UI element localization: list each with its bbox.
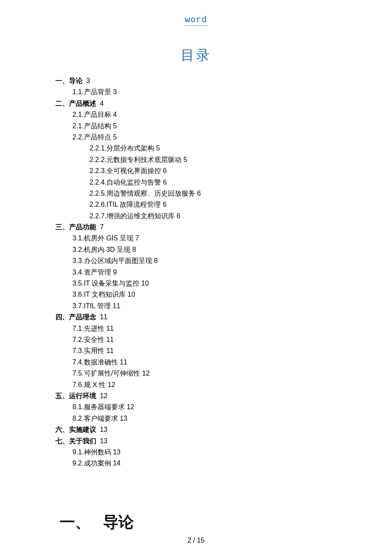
toc-entry[interactable]: 二、产品概述 4 — [55, 98, 337, 109]
toc-entry-page: 8 — [130, 246, 136, 253]
toc-entry-title: 3.3.办公区域内平面图呈现 — [72, 257, 152, 264]
toc-entry-title: 9.2.成功案例 — [72, 460, 111, 467]
toc-entry-page: 4 — [98, 100, 104, 107]
toc-entry-title: 2.1.产品结构 — [72, 122, 111, 130]
toc-entry-title: 7.3.实用性 — [72, 347, 104, 354]
toc-entry-title: 7.5.可扩展性/可伸缩性 — [72, 370, 140, 377]
toc-entry-title: 3.5.IT 设备采集与监控 — [72, 280, 139, 287]
toc-title: 目录 — [55, 46, 337, 65]
toc-entry[interactable]: 7.2.安全性 11 — [72, 334, 337, 345]
toc-entry-page: 6 — [161, 167, 167, 174]
page-footer: 2 / 15 — [0, 537, 392, 544]
toc-entry-page: 12 — [125, 403, 134, 410]
toc-entry[interactable]: 9.1.神州数码 13 — [72, 447, 337, 458]
toc-entry-page: 6 — [175, 212, 180, 220]
toc-entry[interactable]: 7.6.规 X 性 12 — [72, 379, 337, 390]
toc-entry[interactable]: 2.2.1.分层分布式架构 5 — [89, 143, 337, 154]
toc-entry-title: 2.2.5.周边警情观察、历史回放服务 — [89, 190, 195, 197]
toc-entry-page: 5 — [154, 145, 160, 152]
toc-entry-title: 四、产品理念 — [55, 313, 96, 321]
toc-entry-page: 13 — [118, 415, 127, 422]
toc-entry-page: 3 — [111, 88, 117, 95]
toc-entry-title: 7.2.安全性 — [72, 336, 104, 343]
toc-entry-title: 3.7.ITIL 管理 — [72, 302, 111, 309]
toc-entry-title: 7.1.先进性 — [72, 325, 104, 332]
toc-entry-title: 3.6.IT 文档知识库 — [72, 291, 126, 298]
toc-entry[interactable]: 3.5.IT 设备采集与监控 10 — [72, 278, 337, 289]
toc-entry-page: 13 — [111, 448, 121, 456]
toc-entry-page: 11 — [104, 325, 114, 332]
toc-entry[interactable]: 一、导论 3 — [55, 75, 337, 87]
toc-entry-page: 6 — [195, 190, 201, 197]
toc-entry-title: 七、关于我们 — [55, 437, 96, 445]
toc-entry-title: 2.2.3.全可视化界面操控 — [89, 167, 161, 174]
toc-entry-page: 5 — [182, 156, 187, 163]
toc-entry-page: 12 — [98, 392, 107, 399]
toc-entry[interactable]: 3.6.IT 文档知识库 10 — [72, 289, 337, 300]
toc-entry[interactable]: 2.2.6.ITIL 故障流程管理 6 — [89, 199, 337, 210]
section-heading-text: 导论 — [103, 513, 134, 531]
toc-entry-title: 六、实施建议 — [55, 426, 96, 433]
toc-entry[interactable]: 2.2.5.周边警情观察、历史回放服务 6 — [89, 188, 337, 199]
toc-entry[interactable]: 7.1.先进性 11 — [72, 323, 337, 334]
toc-entry[interactable]: 五、运行环境 12 — [55, 390, 337, 402]
header-link[interactable]: word — [55, 15, 337, 25]
toc-entry[interactable]: 三、产品功能 7 — [55, 222, 337, 233]
toc-entry[interactable]: 8.1.服务器端要求 12 — [72, 402, 337, 413]
toc-entry[interactable]: 2.2.4.自动化监控与告警 6 — [89, 177, 337, 188]
toc-entry[interactable]: 2.1.产品结构 5 — [72, 121, 337, 132]
toc-entry[interactable]: 六、实施建议 13 — [55, 424, 337, 435]
toc-entry-page: 4 — [111, 111, 117, 118]
toc-entry-page: 6 — [161, 201, 166, 208]
toc-entry-title: 2.2.产品特点 — [72, 133, 111, 141]
toc-entry[interactable]: 3.2.机房内 3D 呈现 8 — [72, 244, 337, 255]
toc-entry[interactable]: 2.2.7.增强的运维文档知识库 6 — [89, 211, 337, 222]
toc-entry[interactable]: 2.2.3.全可视化界面操控 6 — [89, 165, 337, 176]
toc-entry-title: 8.2.客户端要求 — [72, 415, 118, 422]
section-heading: 一、导论 — [60, 512, 337, 533]
toc-entry[interactable]: 3.1.机房外 GIS 呈现 7 — [72, 233, 337, 244]
toc-entry[interactable]: 2.1.产品目标 4 — [72, 109, 337, 120]
toc-entry-title: 3.4.资产管理 — [72, 269, 111, 276]
toc-entry-page: 13 — [98, 426, 107, 433]
toc-entry-title: 7.6.规 X 性 — [72, 381, 106, 388]
toc-entry-title: 8.1.服务器端要求 — [72, 403, 125, 410]
table-of-contents: 一、导论 31.1.产品背景 3二、产品概述 42.1.产品目标 42.1.产品… — [55, 75, 337, 469]
toc-entry-title: 7.4.数据准确性 — [72, 358, 118, 366]
toc-entry-title: 三、产品功能 — [55, 223, 96, 231]
toc-entry[interactable]: 7.5.可扩展性/可伸缩性 12 — [72, 368, 337, 379]
toc-entry-title: 2.2.4.自动化监控与告警 — [89, 179, 161, 186]
toc-entry[interactable]: 2.2.2.元数据专利技术底层驱动 5 — [89, 154, 337, 165]
toc-entry-page: 9 — [111, 269, 117, 276]
toc-entry-page: 7 — [133, 234, 139, 242]
toc-entry[interactable]: 3.3.办公区域内平面图呈现 8 — [72, 255, 337, 266]
toc-entry-title: 3.1.机房外 GIS 呈现 — [72, 234, 133, 242]
toc-entry-title: 2.1.产品目标 — [72, 111, 111, 118]
document-page: word 目录 一、导论 31.1.产品背景 3二、产品概述 42.1.产品目标… — [0, 0, 392, 546]
toc-entry-page: 14 — [111, 460, 121, 467]
toc-entry-page: 6 — [161, 179, 167, 186]
toc-entry-page: 5 — [111, 133, 117, 141]
toc-entry[interactable]: 8.2.客户端要求 13 — [72, 413, 337, 424]
toc-entry[interactable]: 7.4.数据准确性 11 — [72, 357, 337, 368]
toc-entry[interactable]: 9.2.成功案例 14 — [72, 458, 337, 469]
toc-entry-title: 2.2.7.增强的运维文档知识库 — [89, 212, 175, 220]
toc-entry-page: 11 — [118, 358, 127, 366]
toc-entry[interactable]: 四、产品理念 11 — [55, 312, 337, 323]
toc-entry[interactable]: 2.2.产品特点 5 — [72, 132, 337, 143]
toc-entry-title: 1.1.产品背景 — [72, 88, 111, 95]
toc-entry-page: 11 — [104, 336, 114, 343]
toc-entry-page: 5 — [111, 122, 117, 130]
toc-entry-page: 7 — [98, 223, 104, 231]
toc-entry[interactable]: 1.1.产品背景 3 — [72, 87, 337, 98]
toc-entry-title: 2.2.1.分层分布式架构 — [89, 145, 154, 152]
toc-entry[interactable]: 3.7.ITIL 管理 11 — [72, 301, 337, 312]
toc-entry-title: 一、导论 — [55, 77, 83, 84]
toc-entry-title: 二、产品概述 — [55, 100, 96, 107]
toc-entry[interactable]: 3.4.资产管理 9 — [72, 267, 337, 278]
toc-entry[interactable]: 7.3.实用性 11 — [72, 345, 337, 356]
toc-entry-page: 11 — [111, 302, 120, 309]
toc-entry-page: 8 — [152, 257, 158, 264]
toc-entry-title: 9.1.神州数码 — [72, 448, 111, 456]
toc-entry[interactable]: 七、关于我们 13 — [55, 436, 337, 447]
